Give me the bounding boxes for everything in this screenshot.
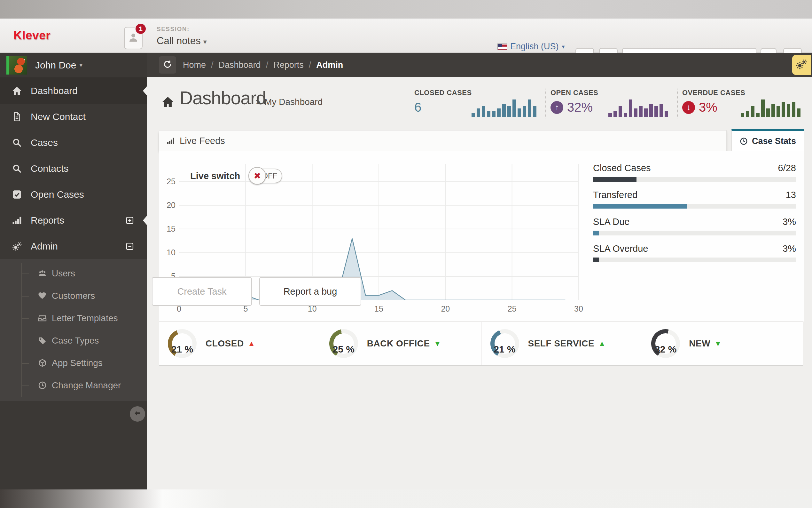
- up-arrow-icon: ↑: [551, 101, 563, 114]
- progress-fill: [593, 204, 687, 209]
- gauge-ring: 21 %: [168, 329, 197, 358]
- gauge-ring: 32 %: [651, 329, 680, 358]
- plus-square-icon[interactable]: [125, 216, 134, 225]
- sidebar-item-new-contact[interactable]: New Contact: [0, 103, 147, 130]
- stat-value: 32%: [567, 100, 593, 115]
- tag-icon: [38, 336, 47, 345]
- sidebar-item-letter-templates[interactable]: Letter Templates: [0, 307, 147, 330]
- sidebar-item-label: Users: [52, 268, 75, 279]
- users-icon: [38, 269, 47, 278]
- metric-label-sla-overdue: SLA Overdue: [593, 244, 648, 254]
- gauge-label: SELF SERVICE: [528, 338, 594, 349]
- breadcrumb-link-home[interactable]: Home: [183, 60, 206, 70]
- tree-dash: [21, 273, 29, 274]
- live-switch-toggle[interactable]: OFF ✖: [248, 168, 282, 184]
- home-icon: [160, 95, 175, 109]
- search-icon: [11, 137, 23, 149]
- progress-track: [593, 204, 796, 209]
- session-label: SESSION:: [157, 26, 207, 33]
- sidebar-item-label: Letter Templates: [52, 313, 118, 324]
- clock-icon: [38, 381, 47, 390]
- progress-fill: [593, 257, 599, 262]
- brand-logo: Klever: [13, 29, 50, 42]
- y-axis-tick: 10: [161, 248, 176, 257]
- stat-label: OPEN CASES: [551, 89, 677, 97]
- stat-open-cases: OPEN CASES↑32%: [545, 89, 677, 119]
- minus-square-icon[interactable]: [125, 242, 134, 251]
- letterbox-top: [0, 0, 812, 18]
- sidebar-item-app-settings[interactable]: App Settings: [0, 352, 147, 374]
- y-axis-tick: 20: [161, 201, 176, 210]
- tab-live-feeds[interactable]: Live Feeds: [159, 130, 727, 151]
- gauge-value: 21 %: [490, 344, 519, 355]
- refresh-button[interactable]: [159, 56, 176, 74]
- breadcrumb-link-reports[interactable]: Reports: [273, 60, 304, 70]
- gears-icon: [795, 58, 808, 72]
- user-menu[interactable]: John Doe ▾: [0, 53, 147, 78]
- sidebar-item-admin[interactable]: Admin: [0, 233, 147, 259]
- breadcrumb-separator: /: [309, 60, 312, 70]
- sidebar-item-label: Reports: [31, 215, 64, 226]
- breadcrumb-link-dashboard[interactable]: Dashboard: [219, 60, 261, 70]
- create-task-button[interactable]: Create Task: [152, 277, 252, 306]
- stat-closed-cases: CLOSED CASES6: [410, 89, 545, 119]
- sidebar-item-users[interactable]: Users: [0, 262, 147, 285]
- stat-overdue-cases: OVERDUE CASES↓3%: [677, 89, 809, 119]
- page-title: Dashboard: [180, 87, 266, 109]
- check-square-icon: [11, 189, 23, 200]
- page-subtitle: >My Dashboard: [256, 97, 323, 107]
- stat-label: OVERDUE CASES: [682, 89, 809, 97]
- metric-value: 3%: [782, 217, 796, 227]
- sidebar-item-label: Case Types: [52, 336, 99, 346]
- breadcrumb-separator: /: [211, 60, 213, 70]
- dashboard-panel: Live Feeds Case Stats Live switch OFF ✖: [159, 129, 804, 366]
- gauge-self-service: 21 %SELF SERVICE▲: [481, 322, 642, 365]
- us-flag-icon: [497, 43, 507, 50]
- sidebar-item-open-cases[interactable]: Open Cases: [0, 181, 147, 207]
- down-triangle-icon: ▼: [714, 339, 722, 348]
- sidebar-item-label: App Settings: [52, 358, 103, 368]
- sidebar-item-label: Dashboard: [31, 85, 78, 96]
- sidebar-item-change-manager[interactable]: Change Manager: [0, 374, 147, 397]
- sidebar-item-cases[interactable]: Cases: [0, 130, 147, 156]
- session-dropdown[interactable]: Call notes▾: [157, 35, 207, 47]
- gauges-row: 21 %CLOSED▲25 %BACK OFFICE▼21 %SELF SERV…: [159, 322, 803, 366]
- tab-case-stats[interactable]: Case Stats: [731, 129, 804, 151]
- sidebar-item-label: New Contact: [31, 111, 86, 122]
- metric-label-transfered: Transfered: [593, 190, 637, 200]
- sidebar-item-case-types[interactable]: Case Types: [0, 330, 147, 352]
- stat-sparkline: [608, 97, 668, 117]
- notification-badge: 1: [135, 23, 146, 35]
- sidebar-item-reports[interactable]: Reports: [0, 207, 147, 233]
- sidebar-item-customers[interactable]: Customers: [0, 285, 147, 307]
- sidebar-item-dashboard[interactable]: Dashboard: [0, 78, 147, 103]
- active-item-notch: [143, 216, 147, 225]
- breadcrumb: Home/Dashboard/Reports/Admin: [183, 53, 343, 77]
- language-selector[interactable]: English (US) ▾: [497, 42, 565, 51]
- main-content: Dashboard >My Dashboard CLOSED CASES6OPE…: [147, 77, 812, 490]
- sidebar-item-label: Customers: [52, 291, 95, 301]
- settings-button[interactable]: [792, 55, 811, 75]
- screen: Klever 1 SESSION: Call notes▾ English (U…: [0, 0, 812, 508]
- sidebar: John Doe ▾ DashboardNew ContactCasesCont…: [0, 53, 147, 490]
- live-switch: Live switch OFF ✖: [190, 168, 282, 184]
- sidebar-submenu-admin: UsersCustomersLetter TemplatesCase Types…: [0, 259, 147, 401]
- sidebar-item-label: Change Manager: [52, 380, 121, 391]
- metric-value: 3%: [782, 244, 796, 254]
- tree-dash: [21, 318, 29, 319]
- report-bug-button[interactable]: Report a bug: [259, 277, 361, 306]
- app-header: Klever 1 SESSION: Call notes▾ English (U…: [0, 18, 812, 53]
- clock-icon: [739, 137, 748, 145]
- progress-track: [593, 230, 796, 236]
- up-triangle-icon: ▲: [598, 339, 606, 348]
- x-mark-icon: ✖: [254, 171, 261, 181]
- gauge-ring: 21 %: [490, 329, 519, 358]
- x-axis-tick: 15: [369, 304, 388, 313]
- sidebar-item-label: Admin: [31, 241, 58, 252]
- chevron-down-icon: ▾: [79, 61, 83, 69]
- chevron-down-icon: ▾: [562, 43, 565, 50]
- sidebar-item-contacts[interactable]: Contacts: [0, 156, 147, 181]
- user-name: John Doe: [35, 60, 76, 71]
- sidebar-collapse-button[interactable]: [130, 406, 145, 422]
- metric-value: 13: [786, 190, 796, 200]
